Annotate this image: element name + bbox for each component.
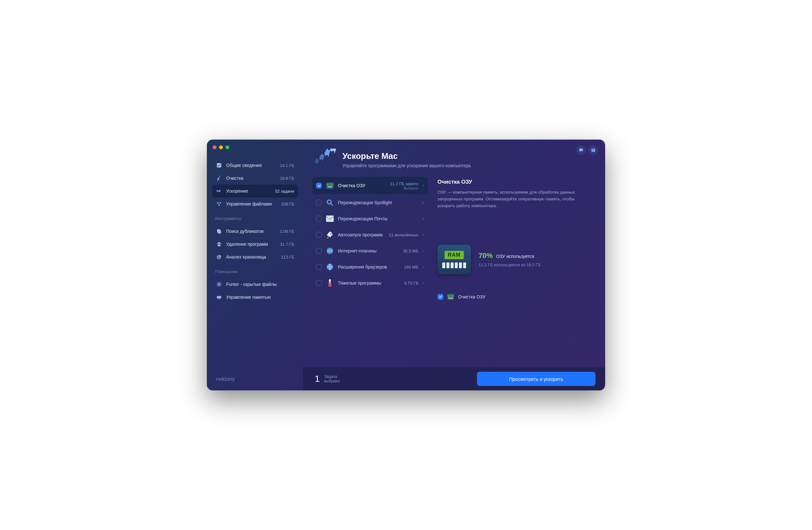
review-speedup-button[interactable]: Просмотреть и ускорить (477, 372, 595, 386)
sidebar-item-label: Очистка (226, 176, 276, 181)
svg-rect-6 (218, 245, 221, 246)
files-icon (216, 201, 222, 207)
mail-icon (326, 214, 334, 223)
svg-rect-14 (592, 149, 595, 150)
main-panel: Ускорьте Mac Управляйте программами для … (303, 140, 605, 390)
task-title: Автозапуск программ (338, 232, 385, 237)
task-checkbox[interactable] (316, 183, 322, 189)
task-meta: 11.2 ГБ занято Выбрано (390, 181, 419, 190)
storage-icon (216, 254, 222, 260)
task-meta: 240 МБ (404, 265, 419, 269)
task-checkbox[interactable] (316, 216, 322, 222)
selected-item-row: RAM Очистка ОЗУ (437, 294, 594, 300)
task-title: Переиндексация Spotlight (338, 200, 415, 205)
sidebar-item-speedup[interactable]: Ускорение 52 задачи (212, 185, 298, 197)
svg-rect-10 (218, 299, 218, 299)
task-browser-extensions[interactable]: Расширения браузеров 240 МБ › (312, 259, 428, 275)
detail-description: ОЗУ — компьютерная память, используемая … (437, 189, 576, 209)
svg-point-20 (327, 248, 333, 254)
globe-icon (326, 247, 334, 255)
page-title: Ускорьте Mac (343, 151, 471, 161)
section-title-tools: Инструменты (212, 210, 298, 224)
page-header: Ускорьте Mac Управляйте программами для … (303, 140, 605, 173)
ram-chip-icon: RAM (437, 245, 471, 274)
sidebar-item-badge: 18.8 ГБ (280, 176, 294, 181)
task-checkbox[interactable] (316, 248, 322, 254)
sidebar-item-label: Анализ хранилища (226, 254, 277, 260)
svg-point-8 (218, 284, 220, 285)
task-meta: 4.73 ГБ (404, 281, 418, 285)
sidebar-item-overview[interactable]: Общие сведения 14.1 ГБ (212, 159, 298, 172)
app-window: Общие сведения 14.1 ГБ Очистка 18.8 ГБ У… (207, 140, 605, 390)
chevron-right-icon: › (422, 232, 424, 238)
selected-checkbox[interactable] (437, 294, 443, 300)
task-checkbox[interactable] (316, 280, 322, 286)
sidebar-item-label: Поиск дубликатов (226, 229, 276, 234)
sidebar-item-uninstall[interactable]: Удаление программ 31.7 ГБ (212, 238, 298, 251)
sidebar-item-badge: 109 ГБ (281, 201, 294, 207)
speedup-icon (216, 188, 222, 194)
sidebar-item-label: Управление памятью (226, 295, 294, 300)
sidebar-item-funter[interactable]: Funter - скрытые файлы (212, 278, 298, 291)
sidebar: Общие сведения 14.1 ГБ Очистка 18.8 ГБ У… (207, 140, 303, 390)
sidebar-item-label: Общие сведения (226, 163, 276, 168)
ram-usage-text: 11.2 ГБ используется из 16.0 ГБ (479, 262, 540, 267)
chat-icon[interactable] (576, 145, 586, 155)
sidebar-item-cleanup[interactable]: Очистка 18.8 ГБ (212, 172, 298, 185)
cleanup-icon (216, 175, 222, 181)
duplicates-icon (216, 228, 222, 235)
detail-panel: Очистка ОЗУ ОЗУ — компьютерная память, и… (437, 177, 594, 367)
task-title: Расширения браузеров (338, 264, 400, 269)
task-mail-reindex[interactable]: Переиндексация Почты › (312, 211, 428, 226)
page-subtitle: Управляйте программами для ускорения ваш… (343, 163, 471, 168)
footer-bar: 1 Задача выбрано Просмотреть и ускорить (303, 367, 605, 390)
ram-icon: RAM (447, 294, 454, 300)
task-spotlight-reindex[interactable]: Переиндексация Spotlight › (312, 195, 428, 210)
minimize-window-button[interactable] (219, 145, 223, 149)
sidebar-item-memory[interactable]: Управление памятью (212, 291, 298, 304)
svg-point-2 (220, 202, 221, 204)
task-ram-cleanup[interactable]: RAM Очистка ОЗУ 11.2 ГБ занято Выбрано › (312, 177, 428, 194)
ram-badge: RAM (445, 251, 464, 259)
chevron-right-icon: › (422, 248, 424, 254)
sidebar-item-label: Управление файлами (226, 201, 277, 207)
rocket-icon (326, 231, 334, 239)
svg-line-17 (331, 204, 332, 205)
thermometer-icon (326, 279, 334, 287)
news-icon[interactable] (589, 145, 598, 155)
sidebar-item-badge: 14.1 ГБ (280, 163, 294, 168)
ram-percent-label: ОЗУ используется (496, 254, 535, 259)
task-startup-apps[interactable]: Автозапуск программ 11 включённых › (312, 227, 428, 242)
sidebar-item-badge: 113 ГБ (281, 255, 294, 260)
close-window-button[interactable] (213, 145, 217, 149)
header-actions (576, 145, 598, 155)
sidebar-item-badge: 52 задачи (275, 189, 294, 194)
sidebar-item-files[interactable]: Управление файлами 109 ГБ (212, 197, 298, 210)
svg-rect-11 (219, 299, 219, 299)
task-checkbox[interactable] (316, 232, 322, 238)
task-internet-plugins[interactable]: Интернет-плагины 35.5 МБ › (312, 243, 428, 259)
ram-visualization: RAM 70% ОЗУ используется 11.2 ГБ использ… (437, 245, 594, 274)
sidebar-item-storage[interactable]: Анализ хранилища 113 ГБ (212, 251, 298, 263)
task-heavy-apps[interactable]: Тяжелые программы 4.73 ГБ › (312, 275, 428, 291)
maximize-window-button[interactable] (226, 145, 229, 149)
sidebar-item-label: Funter - скрытые файлы (226, 282, 294, 287)
selection-label: Задача (324, 374, 340, 379)
svg-rect-5 (218, 230, 221, 234)
task-checkbox[interactable] (316, 264, 322, 270)
task-title: Интернет-плагины (338, 248, 399, 253)
selection-sublabel: выбрано (324, 379, 340, 383)
svg-rect-15 (592, 150, 594, 151)
svg-rect-24 (330, 281, 331, 285)
detail-title: Очистка ОЗУ (437, 179, 594, 185)
task-meta: 35.5 МБ (403, 249, 418, 253)
task-title: Переиндексация Почты (338, 216, 415, 221)
chevron-right-icon: › (422, 216, 424, 222)
sidebar-item-badge: 1.08 ГБ (280, 229, 294, 234)
sidebar-item-duplicates[interactable]: Поиск дубликатов 1.08 ГБ (212, 225, 298, 238)
task-checkbox[interactable] (316, 200, 322, 206)
svg-point-19 (330, 233, 332, 235)
selected-item-label: Очистка ОЗУ (458, 294, 485, 299)
ram-percent: 70% (479, 251, 493, 260)
chevron-right-icon: › (422, 200, 424, 206)
